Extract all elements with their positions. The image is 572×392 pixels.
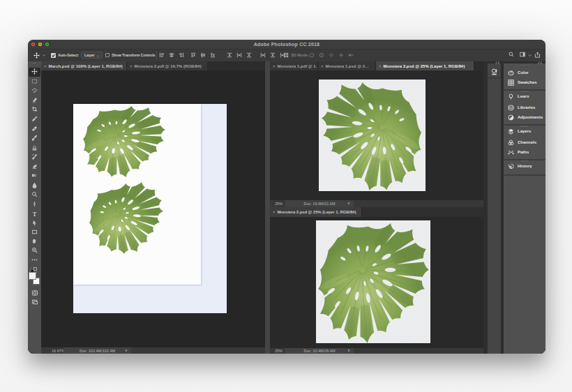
svg-text:T: T (33, 211, 37, 217)
